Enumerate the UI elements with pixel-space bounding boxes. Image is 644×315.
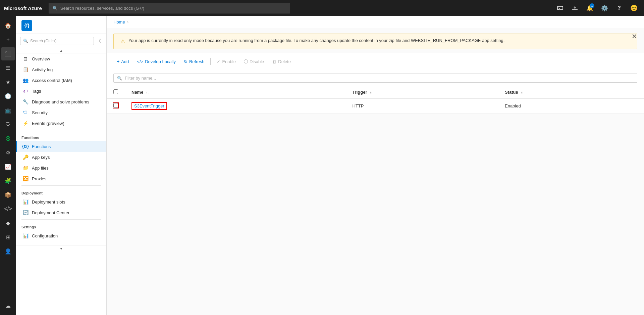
rail-settings2-icon[interactable]: ⚙	[1, 146, 15, 159]
filter-input[interactable]	[125, 76, 634, 81]
sidebar-header: {f}	[16, 16, 106, 34]
add-icon: +	[117, 59, 119, 64]
warning-icon: ⚠	[120, 38, 125, 45]
trigger-column-header[interactable]: Trigger ↑↓	[345, 86, 498, 99]
overview-icon: ⊡	[22, 56, 29, 62]
svg-rect-2	[572, 9, 578, 10]
rail-person-icon[interactable]: 👤	[1, 244, 15, 258]
sidebar-item-overview[interactable]: ⊡ Overview	[16, 53, 106, 64]
sidebar-item-diagnose[interactable]: 🔧 Diagnose and solve problems	[16, 96, 106, 107]
sidebar-search-input[interactable]	[30, 39, 91, 43]
breadcrumb-home[interactable]: Home	[113, 19, 125, 25]
sidebar-item-access-control[interactable]: 👥 Access control (IAM)	[16, 75, 106, 86]
sidebar-item-label: Deployment Center	[32, 210, 69, 215]
sidebar-item-label: Overview	[32, 56, 50, 61]
filter-input-box[interactable]: 🔍	[113, 74, 637, 83]
rail-puzzle-icon[interactable]: 🧩	[1, 174, 15, 187]
sidebar-item-events[interactable]: ⚡ Events (preview)	[16, 118, 106, 129]
rail-cube-icon[interactable]: 📦	[1, 188, 15, 201]
sidebar-item-activity-log[interactable]: 📋 Activity log	[16, 64, 106, 75]
enable-button[interactable]: ✓ Enable	[213, 57, 239, 66]
functions-table: Name ↑↓ Trigger ↑↓ Status ↑↓	[107, 86, 644, 114]
functions-divider	[21, 130, 101, 130]
icon-rail: 🏠 ＋ ⬛ ☰ ★ 🕒 📺 🛡 💲 ⚙ 📈 🧩 📦 </> ◆ ⊞ 👤 ☁	[0, 16, 16, 315]
deployment-divider	[21, 185, 101, 186]
toolbar: + Add </> Develop Locally ↻ Refresh ✓ En…	[107, 53, 644, 70]
rail-favorites-icon[interactable]: ★	[1, 75, 15, 89]
sidebar-item-label: App keys	[32, 155, 50, 160]
rail-graph-icon[interactable]: 📈	[1, 160, 15, 173]
table-container: Name ↑↓ Trigger ↑↓ Status ↑↓	[107, 86, 644, 114]
sidebar-scroll-wrapper: ▲ ⊡ Overview 📋 Activity log 👥 Access con…	[16, 48, 106, 315]
code-icon: </>	[137, 59, 143, 64]
account-icon[interactable]: 😊	[628, 2, 640, 14]
rail-home-icon[interactable]: 🏠	[1, 19, 15, 32]
sidebar-search-box[interactable]: 🔍	[20, 37, 94, 45]
rail-shield-icon[interactable]: 🛡	[1, 118, 15, 131]
disable-button[interactable]: Disable	[240, 57, 267, 66]
name-column-header[interactable]: Name ↑↓	[125, 86, 345, 99]
rail-cloud-icon[interactable]: ☁	[1, 299, 15, 312]
sidebar-collapse-btn[interactable]: 《	[95, 37, 102, 45]
scroll-down-indicator[interactable]: ▼	[16, 245, 106, 252]
add-button[interactable]: + Add	[113, 57, 132, 66]
global-search[interactable]: 🔍	[49, 3, 290, 13]
warning-banner: ⚠ Your app is currently in read only mod…	[113, 34, 637, 49]
activity-log-icon: 📋	[22, 66, 29, 73]
rail-cost-icon[interactable]: 💲	[1, 132, 15, 145]
close-button[interactable]: ✕	[632, 32, 637, 40]
sidebar-item-proxies[interactable]: 🔀 Proxies	[16, 173, 106, 184]
rail-dashboard-icon[interactable]: ⬛	[1, 47, 15, 60]
rail-recent-icon[interactable]: 🕒	[1, 89, 15, 103]
tags-icon: 🏷	[22, 88, 29, 94]
name-sort-icon: ↑↓	[146, 91, 149, 94]
trigger-cell: HTTP	[345, 99, 498, 114]
search-input[interactable]	[60, 6, 286, 11]
rail-monitor-icon[interactable]: 📺	[1, 103, 15, 117]
warning-text: Your app is currently in read only mode …	[128, 38, 504, 43]
status-sort-icon: ↑↓	[521, 91, 524, 94]
trigger-value: HTTP	[352, 103, 364, 108]
disable-icon	[244, 59, 248, 63]
row-checkbox-cell[interactable]	[107, 99, 125, 114]
sidebar-item-security[interactable]: 🛡 Security	[16, 107, 106, 118]
sidebar-item-label: Access control (IAM)	[32, 78, 72, 83]
settings-divider	[21, 219, 101, 220]
filter-search-icon: 🔍	[117, 76, 122, 81]
events-icon: ⚡	[22, 120, 29, 126]
select-all-header[interactable]	[107, 86, 125, 99]
settings-icon[interactable]: ⚙️	[598, 2, 610, 14]
refresh-button[interactable]: ↻ Refresh	[180, 57, 208, 66]
delete-button[interactable]: 🗑 Delete	[269, 57, 294, 66]
configuration-icon: 📊	[22, 233, 29, 239]
rail-code-icon[interactable]: </>	[1, 202, 15, 216]
rail-add-icon[interactable]: ＋	[1, 33, 15, 46]
sidebar-item-functions[interactable]: {fx} Functions	[16, 141, 106, 152]
svg-rect-0	[557, 6, 563, 10]
sidebar-item-configuration[interactable]: 📊 Configuration	[16, 230, 106, 241]
sidebar-item-deployment-center[interactable]: 🔄 Deployment Center	[16, 207, 106, 218]
content-area: Home › ✕ ⚠ Your app is currently in read…	[107, 16, 644, 315]
develop-locally-button[interactable]: </> Develop Locally	[133, 57, 179, 66]
rail-layers-icon[interactable]: ⊞	[1, 230, 15, 244]
help-icon[interactable]: ?	[613, 2, 625, 14]
deployment-section-label: Deployment	[16, 187, 106, 196]
sidebar-item-label: Configuration	[32, 233, 58, 238]
sidebar-item-app-keys[interactable]: 🔑 App keys	[16, 152, 106, 163]
sidebar-item-label: Tags	[32, 89, 41, 94]
cloud-shell-icon[interactable]	[554, 2, 566, 14]
select-all-checkbox[interactable]	[113, 89, 118, 94]
rail-list-icon[interactable]: ☰	[1, 61, 15, 75]
sidebar-item-tags[interactable]: 🏷 Tags	[16, 86, 106, 96]
notification-icon[interactable]: 🔔 1	[584, 2, 596, 14]
row-checkbox[interactable]	[113, 103, 118, 108]
sidebar-search-icon: 🔍	[23, 39, 28, 43]
rail-diamond-icon[interactable]: ◆	[1, 216, 15, 230]
upload-icon[interactable]	[569, 2, 581, 14]
sidebar-item-deployment-slots[interactable]: 📊 Deployment slots	[16, 196, 106, 207]
function-name-link[interactable]: S3EventTrigger	[131, 102, 167, 110]
security-icon: 🛡	[22, 109, 29, 116]
sidebar-item-app-files[interactable]: 📁 App files	[16, 163, 106, 173]
status-column-header[interactable]: Status ↑↓	[498, 86, 644, 99]
scroll-up-indicator[interactable]: ▲	[16, 48, 106, 53]
